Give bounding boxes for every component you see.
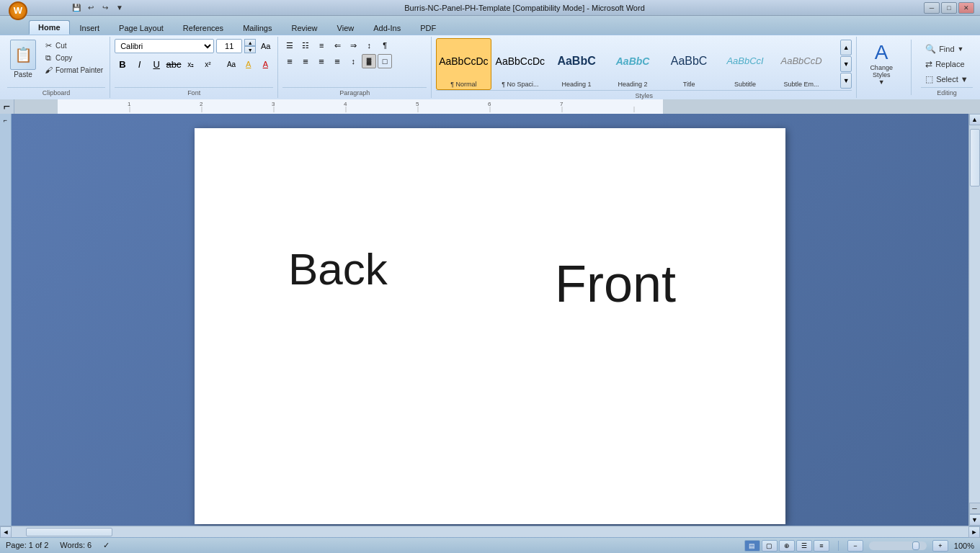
format-painter-button[interactable]: 🖌 Format Painter xyxy=(41,64,105,76)
copy-button[interactable]: ⧉ Copy xyxy=(41,52,105,63)
increase-indent-button[interactable]: ⇒ xyxy=(346,38,360,53)
style-heading2-label: Heading 2 xyxy=(618,81,648,88)
multilevel-button[interactable]: ≡ xyxy=(314,38,329,53)
zoom-slider[interactable] xyxy=(869,541,927,550)
ribbon-tab-bar: Home Insert Page Layout References Maili… xyxy=(0,16,980,35)
change-styles-button[interactable]: A ChangeStyles ▼ xyxy=(861,38,901,96)
quickaccess-undo[interactable]: ↩ xyxy=(85,2,97,14)
align-center-button[interactable]: ≡ xyxy=(298,54,313,68)
font-size-input[interactable] xyxy=(216,39,242,53)
style-subtitle[interactable]: AaBbCcI Subtitle xyxy=(718,38,772,90)
h-scroll-thumb[interactable] xyxy=(26,528,112,536)
style-normal[interactable]: AaBbCcDc ¶ Normal xyxy=(436,38,491,90)
document-scroll-area[interactable]: Back Front xyxy=(12,114,968,526)
styles-expand[interactable]: ▼ xyxy=(840,73,852,89)
quickaccess-custom[interactable]: ▼ xyxy=(114,2,125,14)
style-no-spacing[interactable]: AaBbCcDc ¶ No Spaci... xyxy=(493,38,548,90)
scroll-right-button[interactable]: ► xyxy=(968,526,980,538)
quickaccess-redo[interactable]: ↪ xyxy=(99,2,111,14)
line-spacing-button[interactable]: ↕ xyxy=(346,54,360,68)
shading-button[interactable]: ▓ xyxy=(362,54,376,68)
select-button[interactable]: ⬚ Select ▼ xyxy=(921,73,973,86)
style-title[interactable]: AaBbC Title xyxy=(662,38,716,90)
replace-icon: ⇄ xyxy=(925,59,932,69)
border-button[interactable]: □ xyxy=(378,54,392,68)
paragraph-content: ☰ ☷ ≡ ⇐ ⇒ ↕ ¶ ≡ ≡ ≡ ≡ ↕ ▓ □ xyxy=(282,38,427,87)
change-case-button[interactable]: Aa xyxy=(223,56,239,72)
svg-rect-2 xyxy=(663,99,980,114)
paste-button[interactable]: 📋 Paste xyxy=(7,38,39,80)
full-screen-button[interactable]: ▢ xyxy=(762,540,778,552)
tab-references[interactable]: References xyxy=(174,21,233,35)
scroll-track[interactable] xyxy=(970,125,980,503)
quickaccess-save[interactable]: 💾 xyxy=(71,2,82,14)
styles-list: AaBbCcDc ¶ Normal AaBbCcDc ¶ No Spaci...… xyxy=(436,38,839,90)
superscript-button[interactable]: x² xyxy=(200,56,216,72)
font-selector[interactable]: Calibri xyxy=(115,39,214,53)
print-layout-button[interactable]: ▤ xyxy=(744,540,760,552)
tab-page-layout[interactable]: Page Layout xyxy=(110,21,173,35)
subscript-button[interactable]: x₂ xyxy=(183,56,199,72)
styles-scroll-down[interactable]: ▼ xyxy=(840,56,852,72)
scroll-down-button[interactable]: ▼ xyxy=(969,514,981,526)
bullets-button[interactable]: ☰ xyxy=(282,38,297,53)
replace-button[interactable]: ⇄ Replace xyxy=(921,58,973,71)
page-info: Page: 1 of 2 xyxy=(6,541,48,550)
numbering-button[interactable]: ☷ xyxy=(298,38,313,53)
zoom-slider-thumb[interactable] xyxy=(912,541,919,550)
zoom-out-button[interactable]: − xyxy=(847,540,863,552)
outline-button[interactable]: ☰ xyxy=(796,540,812,552)
bold-button[interactable]: B xyxy=(115,56,130,72)
style-normal-preview: AaBbCcDc xyxy=(439,42,488,81)
show-paragraph-button[interactable]: ¶ xyxy=(378,38,392,53)
highlight-button[interactable]: A xyxy=(241,56,257,72)
close-button[interactable]: ✕ xyxy=(958,2,974,14)
style-heading1-preview: AaBbC xyxy=(552,42,601,81)
scroll-thumb[interactable] xyxy=(970,129,980,186)
ribbon: 📋 Paste ✂ Cut ⧉ Copy 🖌 Format Painter Cl… xyxy=(0,35,980,99)
sort-button[interactable]: ↕ xyxy=(362,38,376,53)
svg-rect-3 xyxy=(58,99,663,114)
italic-button[interactable]: I xyxy=(132,56,148,72)
zoom-in-button[interactable]: + xyxy=(932,540,948,552)
justify-button[interactable]: ≡ xyxy=(330,54,344,68)
tab-home[interactable]: Home xyxy=(29,20,70,35)
style-normal-label: ¶ Normal xyxy=(450,81,476,88)
clipboard-small-buttons: ✂ Cut ⧉ Copy 🖌 Format Painter xyxy=(41,38,105,76)
tab-mailings[interactable]: Mailings xyxy=(233,21,281,35)
cut-button[interactable]: ✂ Cut xyxy=(41,40,105,51)
clear-format-button[interactable]: Aa xyxy=(258,38,273,54)
tab-addins[interactable]: Add-Ins xyxy=(364,21,410,35)
document-area: ⌐ Back Front ▲ ─ ▼ xyxy=(0,114,980,526)
align-left-button[interactable]: ≡ xyxy=(282,54,297,68)
find-button[interactable]: 🔍 Find ▼ xyxy=(921,42,973,55)
style-subtle-emphasis[interactable]: AaBbCcD Subtle Em... xyxy=(774,38,829,90)
clipboard-group-label: Clipboard xyxy=(7,87,105,96)
minimize-button[interactable]: ─ xyxy=(924,2,940,14)
draft-button[interactable]: ≡ xyxy=(814,540,829,552)
restore-button[interactable]: □ xyxy=(941,2,957,14)
h-scroll-track[interactable] xyxy=(12,527,968,537)
scroll-up-button[interactable]: ▲ xyxy=(969,114,981,125)
scroll-left-button[interactable]: ◄ xyxy=(0,526,12,538)
scroll-split-button[interactable]: ─ xyxy=(969,503,981,514)
tab-review[interactable]: Review xyxy=(282,21,326,35)
font-size-increase[interactable]: ▲ xyxy=(244,39,256,46)
underline-button[interactable]: U xyxy=(148,56,164,72)
web-layout-button[interactable]: ⊕ xyxy=(779,540,795,552)
strikethrough-button[interactable]: abc xyxy=(166,56,182,72)
document-page[interactable]: Back Front xyxy=(195,128,785,524)
paragraph-controls: ☰ ☷ ≡ ⇐ ⇒ ↕ ¶ ≡ ≡ ≡ ≡ ↕ ▓ □ xyxy=(282,38,427,68)
style-heading2[interactable]: AaBbC Heading 2 xyxy=(605,38,660,90)
align-right-button[interactable]: ≡ xyxy=(314,54,329,68)
font-content: Calibri ▲ ▼ Aa B I U abc x₂ x² xyxy=(115,38,273,87)
font-size-decrease[interactable]: ▼ xyxy=(244,46,256,53)
styles-scroll-up[interactable]: ▲ xyxy=(840,40,852,55)
office-button[interactable]: W xyxy=(9,1,27,20)
tab-insert[interactable]: Insert xyxy=(71,21,110,35)
tab-pdf[interactable]: PDF xyxy=(411,21,445,35)
style-heading1[interactable]: AaBbC Heading 1 xyxy=(549,38,604,90)
tab-view[interactable]: View xyxy=(328,21,364,35)
font-color-button[interactable]: A xyxy=(258,56,274,72)
decrease-indent-button[interactable]: ⇐ xyxy=(330,38,344,53)
